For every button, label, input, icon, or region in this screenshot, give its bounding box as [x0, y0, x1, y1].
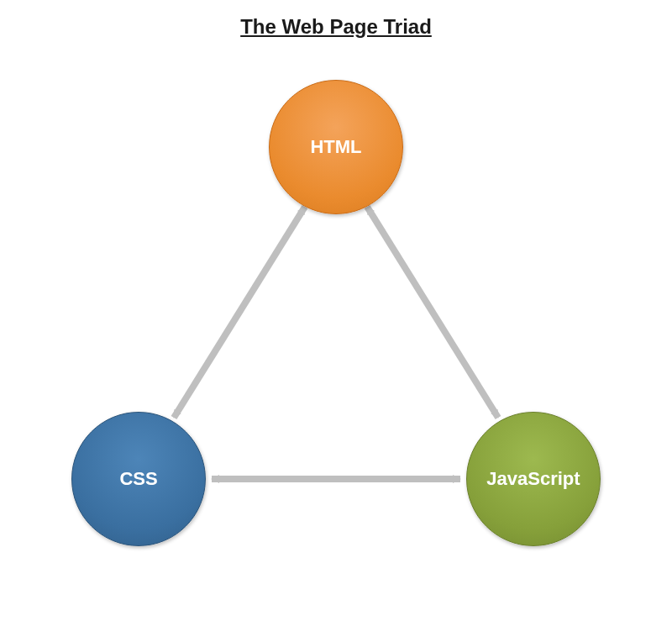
node-js-label: JavaScript [486, 468, 580, 490]
node-css: CSS [71, 412, 206, 546]
node-css-label: CSS [119, 468, 157, 490]
edge-html-css [174, 207, 305, 418]
node-html-label: HTML [310, 136, 361, 158]
edge-html-js [367, 207, 498, 418]
node-js: JavaScript [466, 412, 601, 546]
node-html: HTML [269, 80, 403, 214]
